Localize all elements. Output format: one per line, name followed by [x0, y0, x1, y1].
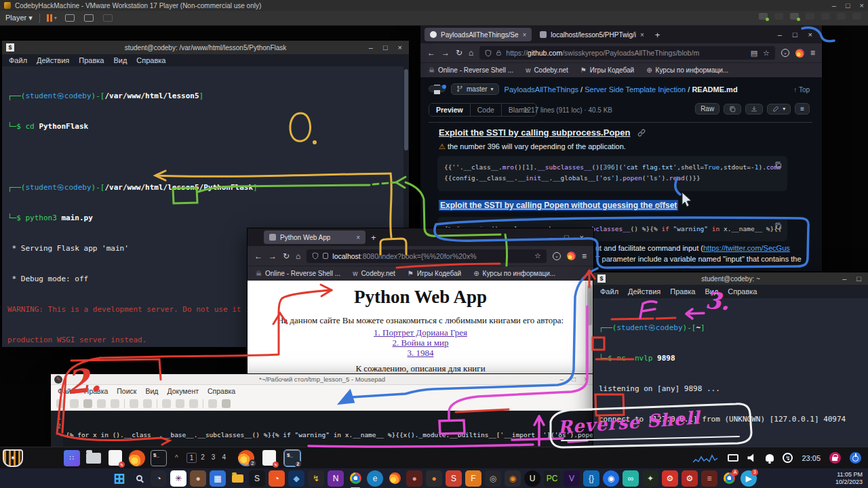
menu-item[interactable]: Справка — [208, 387, 235, 395]
section-heading[interactable]: Exploit the SSTI by calling subprocess.P… — [439, 127, 630, 138]
usb-device-icon[interactable] — [837, 13, 846, 20]
window-maximize-button[interactable]: □ — [572, 375, 576, 383]
bookmark-item[interactable]: wCodeby.net — [353, 270, 395, 277]
window-maximize-button[interactable]: □ — [856, 274, 861, 283]
url-bar[interactable]: localhost:8080/index?book={%%20for%20x% … — [307, 249, 547, 263]
copy-icon[interactable] — [176, 399, 184, 408]
mousepad-launcher-icon[interactable]: ✎ — [107, 450, 123, 466]
chrome-profile[interactable]: A — [721, 470, 737, 487]
app-clock[interactable]: ◔ — [269, 470, 285, 487]
vscode[interactable]: {} — [583, 470, 599, 487]
app-automation[interactable]: ↯ — [308, 470, 324, 487]
printer-device-icon[interactable] — [806, 13, 814, 20]
window-close-button[interactable]: × — [398, 43, 402, 52]
app-teal[interactable]: ∞ — [623, 470, 639, 487]
bookmark-item[interactable]: ☠Online - Reverse Shell ... — [429, 66, 513, 74]
chevron-up-icon[interactable]: ^ — [175, 454, 178, 462]
back-icon[interactable]: ← — [427, 48, 435, 58]
bookmark-item[interactable]: ⊕Курсы по информаци... — [646, 66, 728, 74]
workspace[interactable]: 3 — [209, 453, 218, 463]
forward-icon[interactable]: → — [269, 251, 277, 261]
reload-icon[interactable]: ↻ — [456, 48, 462, 58]
back-icon[interactable]: ← — [254, 251, 262, 261]
app-cam[interactable]: ◎ — [485, 470, 501, 487]
taskbar-firefox-running[interactable]: 2 — [238, 450, 254, 466]
window-maximize-button[interactable]: □ — [793, 30, 797, 39]
undo-icon[interactable] — [130, 399, 138, 408]
new-tab-button[interactable]: + — [655, 30, 660, 40]
paste-icon[interactable] — [189, 399, 198, 408]
notifications-icon[interactable] — [766, 454, 774, 462]
link-icon[interactable] — [654, 202, 663, 210]
cut-icon[interactable] — [162, 399, 171, 408]
menu-item[interactable]: Документ — [167, 387, 199, 395]
edit-button[interactable]: ▾ — [767, 104, 791, 115]
book-link[interactable]: 3. 1984 — [248, 348, 593, 358]
window-close-button[interactable]: × — [584, 375, 588, 383]
window-minimize-button[interactable]: – — [842, 274, 846, 283]
firefox-launcher-icon[interactable] — [129, 450, 145, 466]
new-tab-button[interactable]: + — [371, 232, 376, 243]
send-ctrl-alt-del-button[interactable] — [65, 14, 75, 22]
reload-icon[interactable]: ↻ — [283, 251, 290, 261]
sublime-text[interactable]: S — [446, 470, 462, 487]
scrollbar[interactable] — [585, 281, 593, 385]
app-darkred[interactable]: ● — [406, 470, 422, 487]
settings-device-icon[interactable] — [852, 13, 861, 20]
book-link[interactable]: 2. Война и мир — [248, 338, 593, 348]
tab-localhost-phptwig[interactable]: localhost/lesson5/PHPTwig/i × — [534, 28, 649, 41]
menu-item[interactable]: Правка — [84, 387, 108, 395]
app-finder-icon[interactable]: ∷ — [64, 450, 80, 466]
view-tab[interactable]: Preview — [429, 104, 471, 116]
window-close-button[interactable]: × — [580, 233, 584, 241]
shield-icon[interactable] — [312, 252, 319, 260]
menu-item[interactable]: Правка — [79, 56, 104, 64]
windows-clock[interactable]: 11:05 PM 10/2/2023 — [835, 471, 863, 486]
player-menu[interactable]: Player ▾ — [5, 14, 33, 22]
copy-icon[interactable] — [774, 161, 782, 169]
pause-dropdown-icon[interactable]: ▾ — [54, 15, 57, 21]
firefox[interactable] — [387, 470, 403, 487]
tab-close-icon[interactable]: × — [356, 234, 360, 241]
logout-icon[interactable] — [850, 452, 861, 464]
workspace[interactable]: 2 — [198, 453, 208, 463]
fl-studio[interactable]: ● — [426, 470, 442, 487]
back-to-top-link[interactable]: ↑ Top — [793, 86, 810, 94]
app-menu-icon[interactable]: ≡ — [810, 48, 815, 58]
menu-item[interactable]: Вид — [113, 56, 127, 64]
fullscreen-button[interactable] — [84, 14, 94, 22]
save-icon[interactable] — [83, 399, 92, 408]
sound-device-icon[interactable] — [821, 13, 830, 20]
power-manager-icon[interactable]: ↯ — [783, 453, 793, 463]
blender[interactable]: ◉ — [505, 470, 521, 487]
file-explorer[interactable] — [229, 470, 245, 487]
virtualbox[interactable]: ◆ — [288, 470, 304, 487]
menu-item[interactable]: Файл — [600, 287, 618, 296]
network-device-icon[interactable] — [790, 13, 799, 20]
sidebar-toggle-button[interactable] — [429, 85, 446, 92]
vmware-minimize-button[interactable]: – — [832, 1, 836, 9]
pause-vm-button[interactable] — [47, 14, 52, 22]
save-as-icon[interactable] — [97, 399, 106, 408]
bookmark-item[interactable]: ⚑Игры Кодебай — [408, 270, 461, 277]
menu-item[interactable]: Справка — [136, 56, 165, 64]
chrome[interactable] — [347, 470, 363, 487]
link-icon[interactable] — [637, 129, 646, 137]
window-titlebar[interactable]: $ student@codeby: /var/www/html/lesson5/… — [2, 41, 409, 54]
tab-payloadsallthethings[interactable]: PayloadsAllTheThings/Se × — [425, 28, 532, 41]
window-close-button[interactable]: × — [808, 30, 812, 39]
app-menu-icon[interactable]: ≡ — [582, 251, 587, 261]
display-icon[interactable] — [728, 454, 738, 462]
firefox-account-icon[interactable] — [795, 49, 804, 58]
menu-item[interactable]: Действия — [37, 56, 69, 64]
tab-close-icon[interactable]: × — [523, 31, 527, 39]
app-f[interactable]: F — [465, 470, 481, 487]
raw-button[interactable]: Raw — [695, 103, 719, 115]
close-file-icon[interactable] — [111, 399, 119, 408]
bookmark-star-icon[interactable]: ☆ — [763, 49, 770, 58]
redo-icon[interactable] — [143, 399, 152, 408]
forward-icon[interactable]: → — [441, 48, 450, 58]
reader-view-icon[interactable]: ▤ — [751, 49, 757, 58]
app-slack[interactable]: ✳ — [170, 470, 186, 487]
menu-item[interactable]: Справка — [728, 287, 757, 296]
